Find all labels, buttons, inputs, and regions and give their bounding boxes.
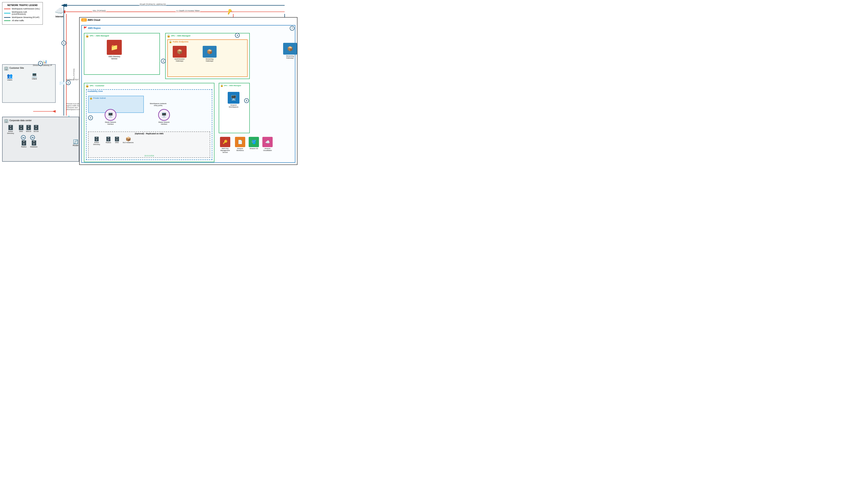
active-dir-aws-icon: 🗄️: [94, 137, 99, 142]
database-corp-area: 3b 🗄️ Database: [30, 135, 37, 148]
vpc-managed-top-right: 🔒 VPC – AWS Managed 🔒 Public Endpoints 📦…: [165, 33, 250, 79]
aws-cloud-label: AWS Cloud: [88, 19, 100, 21]
step-8-circle: 8: [244, 98, 249, 103]
amazon-workspaces-area: 🖥️ Amazon WorkSpaces: [225, 92, 242, 108]
streaming-gw-icon: 📦: [203, 46, 217, 58]
legend-box: NETWORK TRAFFIC LEGEND WorkSpaces Auth/S…: [2, 2, 43, 25]
eni-1-icon: 🖥️: [105, 109, 116, 121]
diagram-container: NETWORK TRAFFIC LEGEND WorkSpaces Auth/S…: [0, 0, 300, 167]
wsus-corp-area: 🗄️ WSUS: [26, 125, 31, 134]
aws-region-header: 🚩 AWS Region: [84, 26, 101, 30]
aws-kms-label: AWS Key Management Service: [219, 148, 231, 153]
vpc-customer-lock-icon: 🔒: [85, 84, 89, 87]
auth-session-gw-label: Auth/Session Gateways: [172, 58, 187, 62]
vpc-lock-icon-3: 🔒: [220, 84, 223, 87]
step-3b-circle: 3b: [30, 135, 35, 140]
public-endpoints-box: 🔒 Public Endpoints 📦 Auth/Session Gatewa…: [167, 39, 248, 77]
step-1-circle: 1: [66, 80, 71, 85]
streaming-gw-right-icon: 📦: [283, 43, 297, 55]
sccm-corp-area: 🗄️ SCCM: [33, 125, 39, 134]
eni-1-label: Elastic Network Interface: [103, 121, 118, 125]
amazon-cloudwatch-area: ☁️ Amazon CloudWatch: [261, 137, 274, 151]
vpc-lock-icon-1: 🔒: [85, 34, 89, 37]
dns-corp-area: 🗄️ DNS: [18, 125, 24, 134]
vpc-managed-bottom-right: 🔒 VPC – AWS Managed 🖥️ Amazon WorkSpaces…: [219, 83, 250, 133]
aws-region-label: AWS Region: [88, 27, 101, 29]
users-icon-area: 👥 Users: [7, 73, 12, 81]
legend-item-blue: WorkSpaces Streaming (PCoIP): [4, 16, 41, 19]
legend-label-cyan: WorkSpaces Auth (LDAP/RADIUS): [12, 11, 41, 15]
amazon-s3-label: Amazon S3: [250, 148, 258, 149]
active-dir-aws-area: 🗄️ Active Directory: [91, 137, 102, 145]
availability-zone-label: Availability Zone: [87, 90, 212, 93]
wsus-corp-label: WSUS: [26, 130, 31, 132]
amazon-s3-icon: 🪣: [249, 137, 259, 147]
ec2-icon: 📦: [126, 137, 131, 142]
amazon-workspaces-label: Amazon WorkSpaces: [225, 104, 242, 108]
aws-dir-service-icon: 📁: [107, 40, 122, 55]
vpc-managed-tl-label: VPC – AWS Managed: [90, 35, 109, 37]
vpc-customer-header: 🔒 VPC - Customer: [84, 83, 214, 88]
cloud-icon: ☁️: [55, 6, 64, 16]
corporate-building-icon: 🏢: [4, 118, 8, 123]
aws-region-box: 🚩 AWS Region 🔒 VPC – AWS Managed 📁 AWS D…: [81, 25, 295, 163]
customer-site-building-icon: 🏢: [4, 66, 8, 71]
streaming-gw-label: Streaming Gateways: [202, 58, 217, 62]
vpc-customer-label: VPC - Customer: [90, 85, 104, 87]
amazon-s3-area: 🪣 Amazon S3: [249, 137, 259, 149]
step-5-circle: 5: [61, 41, 66, 46]
auth-session-gw-area: 📦 Auth/Session Gateways: [172, 46, 187, 62]
streaming-gw-area: 📦 Streaming Gateways: [202, 46, 217, 62]
radius-aws-label: Radius: [106, 142, 111, 144]
legend-item-cyan: WorkSpaces Auth (LDAP/RADIUS): [4, 11, 41, 15]
router-icon: 🔄: [73, 139, 78, 144]
sccm-corp-label: SCCM: [34, 130, 39, 132]
internet-label: Internet: [55, 16, 64, 18]
database-corp-iconbox: 🗄️ Database: [30, 140, 37, 148]
amazon-workdocs-area: 📄 Amazon WorkDocs: [234, 137, 247, 151]
legend-line-cyan: [4, 13, 10, 13]
aws-kms-icon: 🔑: [220, 137, 230, 147]
internet-icon-area: ☁️ Internet: [55, 6, 64, 18]
legend-item-red: WorkSpaces Auth/Session (SSL): [4, 8, 41, 10]
customer-site-label: Customer Site: [9, 67, 24, 69]
radius-corp-icon: 🗄️: [21, 140, 27, 146]
workspaces-entry-label: WorkSpaces (network entry point): [150, 102, 167, 107]
step-6-circle: 6: [38, 61, 43, 66]
availability-zone-box: Availability Zone 🔒 Private Subnet 3 🖥️: [86, 89, 212, 160]
vpc-customer-box: 🔒 VPC - Customer Availability Zone 🔒 Pri…: [84, 83, 214, 162]
legend-title: NETWORK TRAFFIC LEGEND: [4, 4, 41, 6]
router-label: Router: [73, 144, 79, 147]
legend-label-green: All other traffic: [12, 20, 24, 22]
streaming-gw-right-area: 📦 Streaming Gateways: [282, 43, 298, 59]
step-4-circle: 4: [235, 33, 240, 38]
dns-corp-label: DNS: [19, 130, 23, 132]
oauth-label: <= Oauth 2.0 Access Token: [176, 10, 200, 12]
legend-item-green: All other traffic: [4, 20, 41, 22]
active-dir-aws-label: Active Directory: [91, 142, 102, 145]
region-flag-icon: 🚩: [84, 26, 87, 30]
client-icon-area: 💻 Client: [31, 72, 37, 80]
service-key-icon: 🔑: [226, 8, 233, 15]
eni-1-area: 🖥️ Elastic Network Interface: [103, 109, 118, 125]
vpc-lock-icon-2: 🔒: [167, 34, 170, 37]
vpc-managed-br-header: 🔒 VPC – AWS Managed: [219, 83, 249, 88]
wsus-corp-icon: 🗄️: [26, 125, 31, 130]
step-3a-circle: 3a: [21, 135, 26, 140]
client-icon: 💻: [31, 72, 37, 78]
users-icon: 👥: [7, 73, 12, 79]
public-endpoints-label: Public Endpoints: [173, 41, 189, 43]
router-icon-area: 🔄 Router: [73, 139, 79, 147]
step-7-circle: 7: [290, 26, 294, 31]
legend-label-blue: WorkSpaces Streaming (PCoIP): [12, 16, 39, 19]
radius-aws-icon: 🗄️: [106, 137, 111, 142]
optional-label: (Optional) – Replicated on AWS: [89, 132, 210, 136]
network-cidr-label: 10.0.0.0/16: [144, 155, 154, 157]
eni-2-area: 🖥️ Elastic Network Interface: [157, 109, 171, 125]
vpc-managed-top-left: 🔒 VPC – AWS Managed 📁 AWS Directory Serv…: [84, 33, 160, 75]
ssl-top-label: SSL (TCP/443): [92, 10, 106, 12]
aws-logo: aws: [81, 19, 87, 22]
auth-session-gw-icon: 📦: [173, 46, 187, 58]
ec2-area: 📦 Ec2 Instances: [123, 137, 133, 145]
public-endpoints-icon: 🔒: [169, 40, 172, 43]
